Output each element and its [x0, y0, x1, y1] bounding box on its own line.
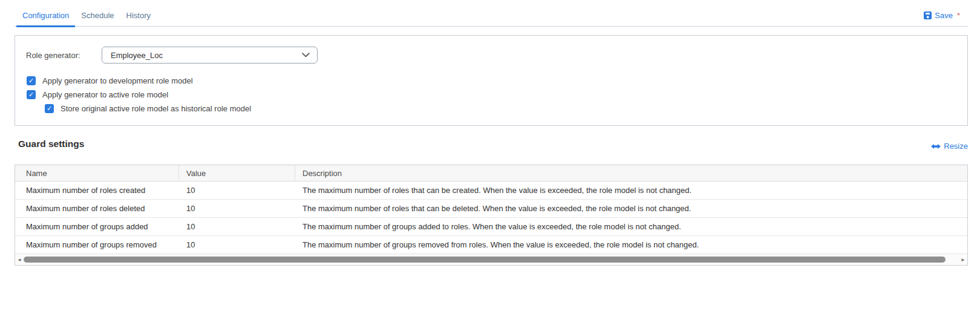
role-generator-value: Employee_Loc: [111, 51, 302, 60]
checkbox-dev-role-model-label: Apply generator to development role mode…: [42, 76, 193, 85]
cell-description: The maximum number of roles that can be …: [295, 182, 967, 199]
guard-settings-table: Name Value Description Maximum number of…: [15, 165, 968, 266]
table-header-row: Name Value Description: [15, 165, 967, 182]
scroll-right-arrow-icon[interactable]: ►: [959, 257, 967, 263]
role-generator-label: Role generator:: [26, 51, 80, 60]
checkbox-store-historical-label: Store original active role model as hist…: [60, 104, 251, 113]
checkbox-active-role-model-label: Apply generator to active role model: [42, 90, 168, 99]
resize-label: Resize: [944, 142, 968, 151]
tab-history[interactable]: History: [120, 5, 157, 27]
table-row[interactable]: Maximum number of groups added 10 The ma…: [15, 218, 967, 236]
cell-description: The maximum number of roles that can be …: [295, 200, 967, 217]
checkbox-store-historical[interactable]: ✓: [45, 104, 54, 113]
table-row[interactable]: Maximum number of roles deleted 10 The m…: [15, 200, 967, 218]
tab-configuration[interactable]: Configuration: [16, 5, 75, 27]
column-header-value[interactable]: Value: [179, 165, 295, 181]
cell-value: 10: [179, 218, 295, 235]
cell-value: 10: [179, 236, 295, 253]
cell-name: Maximum number of roles created: [15, 182, 179, 199]
scrollbar-track[interactable]: [24, 257, 959, 263]
cell-description: The maximum number of groups added to ro…: [295, 218, 967, 235]
cell-name: Maximum number of groups removed: [15, 236, 179, 253]
checkbox-dev-role-model[interactable]: ✓: [27, 76, 36, 85]
scroll-left-arrow-icon[interactable]: ◄: [15, 257, 24, 263]
table-row[interactable]: Maximum number of groups removed 10 The …: [15, 236, 967, 254]
column-header-description[interactable]: Description: [295, 165, 967, 181]
checkbox-active-role-model[interactable]: ✓: [27, 90, 36, 99]
scrollbar-thumb[interactable]: [24, 257, 946, 263]
cell-value: 10: [179, 200, 295, 217]
cell-description: The maximum number of groups removed fro…: [295, 236, 967, 253]
floppy-disk-icon: [924, 11, 932, 19]
tab-schedule[interactable]: Schedule: [75, 5, 120, 27]
checkbox-row-active-role-model: ✓ Apply generator to active role model: [27, 90, 168, 99]
guard-settings-title: Guard settings: [18, 139, 84, 149]
column-header-name[interactable]: Name: [15, 165, 179, 181]
cell-name: Maximum number of roles deleted: [15, 200, 179, 217]
unsaved-indicator: *: [957, 11, 960, 20]
checkbox-row-store-historical: ✓ Store original active role model as hi…: [45, 104, 251, 113]
cell-name: Maximum number of groups added: [15, 218, 179, 235]
resize-link[interactable]: Resize: [931, 142, 968, 151]
configuration-panel: Role generator: Employee_Loc ✓ Apply gen…: [15, 35, 968, 126]
chevron-down-icon: [302, 53, 310, 57]
checkbox-row-dev-role-model: ✓ Apply generator to development role mo…: [27, 76, 193, 85]
cell-value: 10: [179, 182, 295, 199]
tab-bar: Configuration Schedule History: [15, 5, 968, 27]
save-button[interactable]: Save *: [924, 9, 960, 21]
horizontal-scrollbar[interactable]: ◄ ►: [15, 254, 967, 265]
save-label: Save: [935, 11, 953, 20]
table-row[interactable]: Maximum number of roles created 10 The m…: [15, 182, 967, 200]
horizontal-resize-icon: [931, 143, 941, 149]
role-generator-dropdown[interactable]: Employee_Loc: [102, 47, 318, 64]
